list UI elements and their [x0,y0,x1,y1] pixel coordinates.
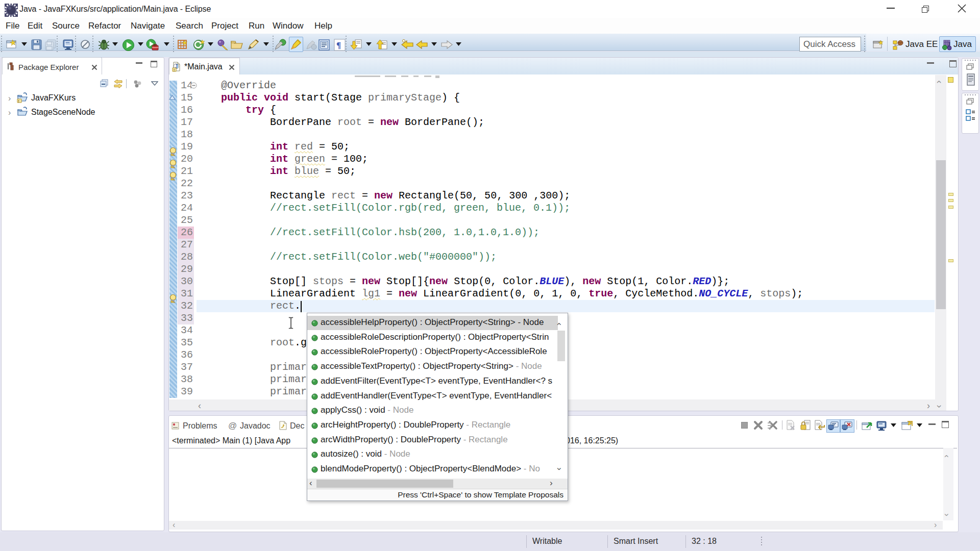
svg-text:!: ! [174,68,175,72]
svg-text:¶: ¶ [336,40,341,50]
svg-text:!: ! [18,99,19,104]
svg-text:J: J [948,41,950,47]
